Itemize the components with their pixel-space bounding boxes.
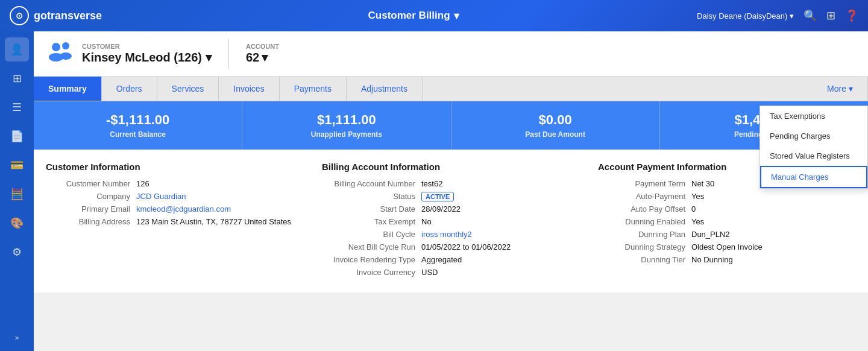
info-label-company: Company (46, 192, 130, 201)
tab-invoices[interactable]: Invoices (219, 77, 279, 101)
customer-header: CUSTOMER Kinsey McLeod (126) ▾ ACCOUNT 6… (34, 31, 868, 77)
info-row-tax-exempt: Tax Exempt No (322, 217, 580, 226)
tabs-bar: Summary Orders Services Invoices Payment… (34, 77, 868, 101)
tab-services[interactable]: Services (157, 77, 219, 101)
info-label-auto-pay-offset: Auto Pay Offset (598, 204, 685, 213)
info-row-auto-pay-offset: Auto Pay Offset 0 (598, 204, 856, 213)
sidebar: 👤 ⊞ ☰ 📄 💳 🧮 🎨 ⚙ » (0, 31, 34, 351)
info-value-payment-term: Net 30 (691, 179, 714, 188)
info-value-dunning-plan: Dun_PLN2 (691, 230, 730, 239)
billing-account-section: Billing Account Information Billing Acco… (322, 162, 580, 280)
tab-orders[interactable]: Orders (102, 77, 157, 101)
info-label-payment-term: Payment Term (598, 179, 685, 188)
info-row-start-date: Start Date 28/09/2022 (322, 204, 580, 213)
info-value-dunning-enabled: Yes (691, 217, 704, 226)
status-badge: ACTIVE (421, 192, 454, 201)
dropdown-item-pending-charges[interactable]: Pending Charges (760, 126, 867, 146)
info-value-dunning-strategy: Oldest Open Invoice (691, 242, 763, 251)
divider (228, 39, 229, 69)
info-label-bill-cycle: Bill Cycle (322, 230, 415, 239)
tab-more[interactable]: More ▾ (813, 77, 868, 101)
info-value-auto-pay-offset: 0 (691, 204, 696, 213)
svg-point-0 (52, 43, 60, 51)
info-value-company[interactable]: JCD Guardian (136, 192, 186, 201)
sidebar-item-card[interactable]: 💳 (5, 153, 29, 177)
main-content: CUSTOMER Kinsey McLeod (126) ▾ ACCOUNT 6… (34, 31, 868, 351)
customer-information-section: Customer Information Customer Number 126… (46, 162, 304, 280)
nav-title[interactable]: Customer Billing ▾ (130, 10, 697, 22)
info-value-start-date: 28/09/2022 (421, 204, 461, 213)
info-row-invoice-rendering: Invoice Rendering Type Aggregated (322, 255, 580, 264)
info-label-billing-account: Billing Account Number (322, 179, 415, 188)
info-value-billing-account: test62 (421, 179, 442, 188)
info-sections: Customer Information Customer Number 126… (34, 150, 868, 292)
info-value-tax-exempt: No (421, 217, 432, 226)
info-label-dunning-strategy: Dunning Strategy (598, 242, 685, 251)
info-label-next-bill-cycle: Next Bill Cycle Run (322, 242, 415, 251)
info-value-next-bill-cycle: 01/05/2022 to 01/06/2022 (421, 242, 511, 251)
info-label-address: Billing Address (46, 217, 130, 226)
info-label-tax-exempt: Tax Exempt (322, 217, 415, 226)
sidebar-expand-button[interactable]: » (5, 330, 29, 345)
tab-payments[interactable]: Payments (280, 77, 347, 101)
card-past-due[interactable]: $0.00 Past Due Amount (451, 101, 660, 150)
logo-icon: ⊙ (10, 6, 29, 25)
layout: 👤 ⊞ ☰ 📄 💳 🧮 🎨 ⚙ » CUSTOM (0, 31, 868, 351)
info-row-bill-cycle: Bill Cycle iross monthly2 (322, 230, 580, 239)
summary-cards: -$1,111.00 Current Balance $1,111.00 Una… (34, 101, 868, 150)
dropdown-item-stored-value[interactable]: Stored Value Registers (760, 146, 867, 166)
card-unapplied-label: Unapplied Payments (254, 130, 438, 139)
apps-icon[interactable]: ⊞ (826, 9, 835, 22)
dropdown-item-tax-exemptions[interactable]: Tax Exemptions (760, 106, 867, 126)
info-value-address: 123 Main St Austin, TX, 78727 United Sta… (136, 217, 291, 226)
tab-summary[interactable]: Summary (34, 77, 102, 101)
search-icon[interactable]: 🔍 (804, 9, 817, 22)
info-label-email: Primary Email (46, 204, 130, 213)
sidebar-item-list[interactable]: ☰ (5, 95, 29, 119)
info-label-invoice-currency: Invoice Currency (322, 268, 415, 277)
card-past-due-label: Past Due Amount (464, 130, 647, 139)
info-row-address: Billing Address 123 Main St Austin, TX, … (46, 217, 304, 226)
sidebar-item-calculator[interactable]: 🧮 (5, 182, 29, 206)
card-unapplied-payments[interactable]: $1,111.00 Unapplied Payments (242, 101, 451, 150)
info-row-auto-payment: Auto-Payment Yes (598, 192, 856, 201)
customer-name-arrow: ▾ (206, 50, 212, 65)
sidebar-item-document[interactable]: 📄 (5, 124, 29, 148)
dropdown-item-manual-charges[interactable]: Manual Charges (760, 166, 867, 188)
info-value-customer-number: 126 (136, 179, 149, 188)
sidebar-item-users[interactable]: 👤 (5, 37, 29, 62)
info-row-email: Primary Email kmcleod@jcdguardian.com (46, 204, 304, 213)
info-label-dunning-tier: Dunning Tier (598, 255, 685, 264)
card-current-balance-label: Current Balance (46, 130, 230, 139)
customer-icon-area: CUSTOMER Kinsey McLeod (126) ▾ (46, 39, 212, 69)
more-arrow-icon: ▾ (849, 84, 853, 93)
sidebar-item-layers[interactable]: ⊞ (5, 66, 29, 90)
info-row-status: Status ACTIVE (322, 192, 580, 201)
customer-info-text: CUSTOMER Kinsey McLeod (126) ▾ (82, 43, 212, 65)
nav-title-text: Customer Billing (368, 10, 450, 22)
info-label-customer-number: Customer Number (46, 179, 130, 188)
info-value-invoice-rendering: Aggregated (421, 255, 462, 264)
customer-avatar (46, 39, 75, 69)
card-current-balance[interactable]: -$1,111.00 Current Balance (34, 101, 242, 150)
sidebar-item-palette[interactable]: 🎨 (5, 211, 29, 235)
info-row-invoice-currency: Invoice Currency USD (322, 268, 580, 277)
account-label: ACCOUNT (246, 43, 279, 50)
logo-text: gotransverse (34, 10, 102, 22)
info-row-company: Company JCD Guardian (46, 192, 304, 201)
customer-name[interactable]: Kinsey McLeod (126) ▾ (82, 50, 212, 65)
info-label-auto-payment: Auto-Payment (598, 192, 685, 201)
info-label-dunning-plan: Dunning Plan (598, 230, 685, 239)
user-menu[interactable]: Daisy Deane (DaisyDean) ▾ (697, 11, 794, 21)
account-number[interactable]: 62 ▾ (246, 50, 279, 65)
info-value-email[interactable]: kmcleod@jcdguardian.com (136, 204, 231, 213)
sidebar-item-settings[interactable]: ⚙ (5, 240, 29, 264)
tab-adjustments[interactable]: Adjustments (347, 77, 423, 101)
account-section: ACCOUNT 62 ▾ (246, 43, 279, 65)
info-value-bill-cycle[interactable]: iross monthly2 (421, 230, 472, 239)
info-value-status: ACTIVE (421, 192, 454, 201)
help-icon[interactable]: ❓ (845, 9, 858, 22)
info-row-customer-number: Customer Number 126 (46, 179, 304, 188)
info-value-dunning-tier: No Dunning (691, 255, 733, 264)
logo-area[interactable]: ⊙ gotransverse (10, 6, 130, 25)
